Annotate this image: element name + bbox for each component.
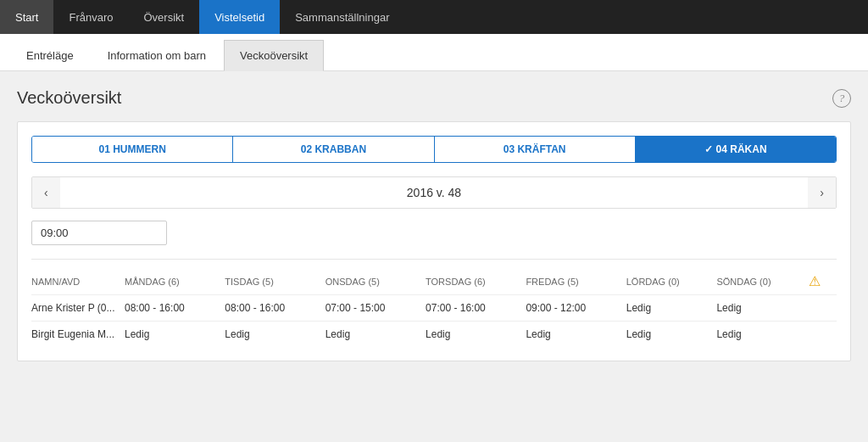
page-content: Veckoöversikt ? 01 HUMMERN 02 KRABBAN 03… xyxy=(0,71,868,442)
cell-fredag-1: Ledig xyxy=(526,322,626,348)
page-header: Veckoöversikt ? xyxy=(17,88,851,108)
cell-namn-0: Arne Krister P (0... xyxy=(31,295,125,322)
group-tab-rakan-label: 04 RÄKAN xyxy=(716,143,767,155)
tab-veckooversikt[interactable]: Veckoöversikt xyxy=(224,40,324,71)
sub-navigation: Entréläge Information om barn Veckoövers… xyxy=(0,34,868,71)
time-input-row xyxy=(31,221,837,245)
divider xyxy=(31,259,837,260)
cell-torsdag-1: Ledig xyxy=(426,322,526,348)
col-header-onsdag: ONSDAG (5) xyxy=(326,268,426,295)
cell-onsdag-0: 07:00 - 15:00 xyxy=(326,295,426,322)
help-icon[interactable]: ? xyxy=(832,89,851,108)
col-header-warn: ⚠ xyxy=(809,268,837,295)
time-input[interactable] xyxy=(31,221,167,245)
next-week-button[interactable]: › xyxy=(808,177,836,208)
group-tab-krabban[interactable]: 02 KRABBAN xyxy=(233,137,434,162)
cell-tisdag-1: Ledig xyxy=(225,322,325,348)
group-tab-hummern[interactable]: 01 HUMMERN xyxy=(32,137,233,162)
main-card: 01 HUMMERN 02 KRABBAN 03 KRÄFTAN ✓ 04 RÄ… xyxy=(17,121,851,361)
col-header-tisdag: TISDAG (5) xyxy=(225,268,325,295)
col-header-sondag: SÖNDAG (0) xyxy=(716,268,809,295)
week-label: 2016 v. 48 xyxy=(60,186,809,199)
table-header-row: NAMN/AVD MÅNDAG (6) TISDAG (5) ONSDAG (5… xyxy=(31,268,837,295)
cell-warn-1 xyxy=(809,322,837,348)
col-header-mandag: MÅNDAG (6) xyxy=(125,268,225,295)
cell-sondag-1: Ledig xyxy=(716,322,809,348)
cell-lordag-1: Ledig xyxy=(626,322,717,348)
page-title: Veckoöversikt xyxy=(17,88,121,108)
cell-tisdag-0: 08:00 - 16:00 xyxy=(225,295,325,322)
top-navigation: Start Frånvaro Översikt Vistelsetid Samm… xyxy=(0,0,868,34)
table-row: Birgit Eugenia M... Ledig Ledig Ledig Le… xyxy=(31,322,837,348)
week-navigation: ‹ 2016 v. 48 › xyxy=(31,176,837,209)
col-header-namn: NAMN/AVD xyxy=(31,268,125,295)
warning-header-icon: ⚠ xyxy=(809,274,821,288)
cell-sondag-0: Ledig xyxy=(716,295,809,322)
group-tabs: 01 HUMMERN 02 KRABBAN 03 KRÄFTAN ✓ 04 RÄ… xyxy=(31,136,837,163)
col-header-torsdag: TORSDAG (6) xyxy=(426,268,526,295)
schedule-table: NAMN/AVD MÅNDAG (6) TISDAG (5) ONSDAG (5… xyxy=(31,268,837,347)
nav-sammanstallningar[interactable]: Sammanställningar xyxy=(280,0,404,34)
cell-warn-0 xyxy=(809,295,837,322)
group-tab-kraftan[interactable]: 03 KRÄFTAN xyxy=(435,137,636,162)
nav-start[interactable]: Start xyxy=(0,0,53,34)
nav-franvaro[interactable]: Frånvaro xyxy=(53,0,128,34)
cell-torsdag-0: 07:00 - 16:00 xyxy=(426,295,526,322)
checkmark-icon: ✓ xyxy=(704,143,713,155)
cell-namn-1: Birgit Eugenia M... xyxy=(31,322,125,348)
group-tab-rakan[interactable]: ✓ 04 RÄKAN xyxy=(636,137,836,162)
prev-week-button[interactable]: ‹ xyxy=(32,177,60,208)
cell-mandag-0: 08:00 - 16:00 xyxy=(125,295,225,322)
tab-entreläge[interactable]: Entréläge xyxy=(10,40,90,70)
col-header-lordag: LÖRDAG (0) xyxy=(626,268,717,295)
cell-fredag-0: 09:00 - 12:00 xyxy=(526,295,626,322)
table-row: Arne Krister P (0... 08:00 - 16:00 08:00… xyxy=(31,295,837,322)
tab-info-barn[interactable]: Information om barn xyxy=(92,40,222,70)
nav-oversikt[interactable]: Översikt xyxy=(129,0,200,34)
cell-mandag-1: Ledig xyxy=(125,322,225,348)
col-header-fredag: FREDAG (5) xyxy=(526,268,626,295)
nav-vistelsetid[interactable]: Vistelsetid xyxy=(199,0,280,34)
cell-lordag-0: Ledig xyxy=(626,295,717,322)
cell-onsdag-1: Ledig xyxy=(326,322,426,348)
